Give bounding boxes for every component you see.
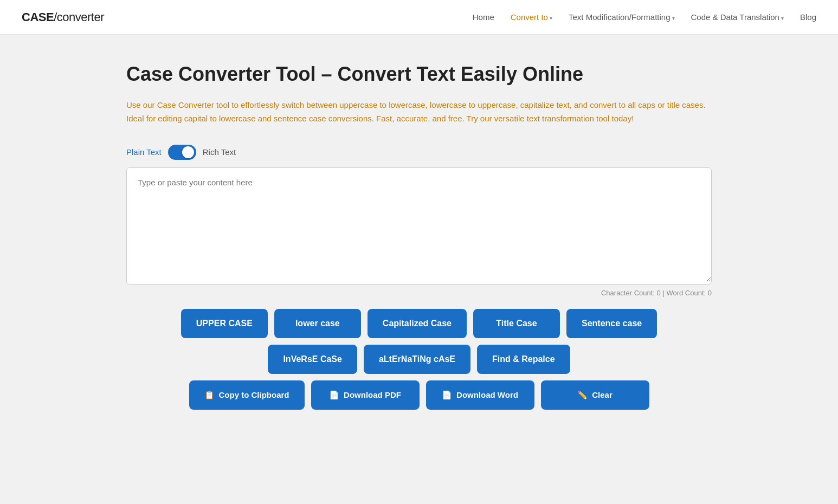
rich-text-label: Rich Text <box>203 147 236 157</box>
action-icon-copy-clipboard: 📋 <box>204 390 215 400</box>
toggle-row: Plain Text Rich Text <box>126 145 712 160</box>
conv-btn-sentence-case[interactable]: Sentence case <box>566 309 657 338</box>
conversion-row-1: UPPER CASElower caseCapitalized CaseTitl… <box>181 309 657 338</box>
nav-link-home[interactable]: Home <box>473 12 494 22</box>
action-btn-download-word[interactable]: 📄Download Word <box>426 380 534 410</box>
page-title: Case Converter Tool – Convert Text Easil… <box>126 62 712 87</box>
action-icon-clear: ✏️ <box>577 390 588 400</box>
text-mode-toggle[interactable] <box>168 145 196 160</box>
character-count: Character Count: 0 <box>601 289 661 297</box>
navbar: CASE/converter HomeConvert to▾Text Modif… <box>0 0 838 35</box>
char-count: Character Count: 0 | Word Count: 0 <box>126 289 712 297</box>
action-btn-download-pdf[interactable]: 📄Download PDF <box>311 380 420 410</box>
main-content: Case Converter Tool – Convert Text Easil… <box>110 35 728 442</box>
logo[interactable]: CASE/converter <box>22 10 104 24</box>
nav-link-blog[interactable]: Blog <box>800 12 816 22</box>
conv-btn-capitalized-case[interactable]: Capitalized Case <box>368 309 467 338</box>
textarea-wrapper <box>126 167 712 285</box>
stat-separator: | <box>661 289 667 297</box>
conversion-row-2: InVeRsE CaSeaLtErNaTiNg cAsEFind & Repal… <box>268 345 570 374</box>
action-btn-clear[interactable]: ✏️Clear <box>541 380 649 410</box>
buttons-section: UPPER CASElower caseCapitalized CaseTitl… <box>126 309 712 410</box>
dropdown-arrow-text-modification: ▾ <box>672 15 675 21</box>
nav-links: HomeConvert to▾Text Modification/Formatt… <box>473 12 816 22</box>
action-label-clear: Clear <box>592 390 613 399</box>
nav-link-convert-to[interactable]: Convert to▾ <box>511 12 552 22</box>
page-description: Use our Case Converter tool to effortles… <box>126 98 712 126</box>
dropdown-arrow-code-data-translation: ▾ <box>781 15 784 21</box>
conv-btn-title-case[interactable]: Title Case <box>473 309 560 338</box>
action-label-download-pdf: Download PDF <box>344 390 401 399</box>
nav-link-code-data-translation[interactable]: Code & Data Translation▾ <box>691 12 784 22</box>
toggle-thumb <box>182 146 194 158</box>
conv-btn-upper-case[interactable]: UPPER CASE <box>181 309 268 338</box>
action-label-copy-clipboard: Copy to Clipboard <box>219 390 289 399</box>
nav-link-text-modification[interactable]: Text Modification/Formatting▾ <box>569 12 675 22</box>
action-btn-copy-clipboard[interactable]: 📋Copy to Clipboard <box>189 380 305 410</box>
action-row: 📋Copy to Clipboard📄Download PDF📄Download… <box>189 380 649 410</box>
plain-text-label: Plain Text <box>126 147 162 157</box>
action-label-download-word: Download Word <box>456 390 518 399</box>
conv-btn-find-replace[interactable]: Find & Repalce <box>477 345 570 374</box>
conv-btn-lower-case[interactable]: lower case <box>274 309 361 338</box>
dropdown-arrow-convert-to: ▾ <box>550 15 552 21</box>
conv-btn-alternating-case[interactable]: aLtErNaTiNg cAsE <box>364 345 470 374</box>
content-textarea[interactable] <box>127 168 711 282</box>
conv-btn-inverse-case[interactable]: InVeRsE CaSe <box>268 345 357 374</box>
action-icon-download-word: 📄 <box>442 390 452 400</box>
action-icon-download-pdf: 📄 <box>329 390 339 400</box>
word-count: Word Count: 0 <box>666 289 712 297</box>
